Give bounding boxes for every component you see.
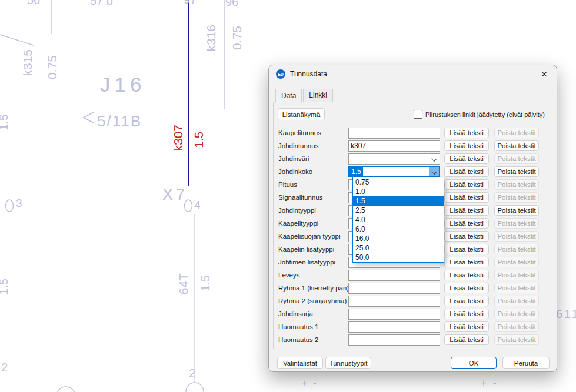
remove-text-button: Poista tekstit bbox=[494, 231, 539, 242]
field-row-ryhma1: Ryhmä 1 (kierretty pari) Lisää teksti Po… bbox=[274, 282, 552, 294]
field-label: Kaapelitunnus bbox=[274, 129, 348, 136]
add-text-button[interactable]: Lisää teksti bbox=[444, 140, 489, 151]
peruuta-button[interactable]: Peruuta bbox=[502, 357, 550, 369]
dialog-titlebar[interactable]: ED Tunnusdata ✕ bbox=[269, 65, 557, 83]
field-label: Huomautus 2 bbox=[274, 336, 348, 343]
tunnusdata-dialog: ED Tunnusdata ✕ Data Linkki Listanäkymä … bbox=[268, 65, 557, 372]
dropdown-option[interactable]: 25.0 bbox=[353, 243, 444, 253]
terminal-pin-3-symbol bbox=[6, 200, 14, 212]
field-row-kaapelitunnus: Kaapelitunnus Lisää teksti Poista teksti… bbox=[274, 126, 552, 139]
bottom-left-connector-symbol bbox=[56, 387, 75, 392]
kaapelitunnus-input[interactable] bbox=[348, 128, 440, 139]
johdinsarja-input[interactable] bbox=[348, 309, 440, 320]
remove-text-button[interactable]: Poista tekstit bbox=[494, 205, 539, 216]
field-row-huomautus1: Huomautus 1 Lisää teksti Poista tekstit bbox=[274, 320, 552, 333]
diagonal-wire-line bbox=[0, 35, 34, 45]
junction-ref-label: 5/11B bbox=[97, 113, 142, 129]
field-label: Leveys bbox=[274, 272, 348, 279]
dropdown-option[interactable]: 2.5 bbox=[353, 206, 444, 215]
field-label: Pituus bbox=[274, 181, 348, 188]
tunnustyypit-button[interactable]: Tunnustyypit bbox=[325, 357, 371, 369]
remove-text-button[interactable]: Poista tekstit bbox=[494, 140, 539, 151]
add-text-button[interactable]: Lisää teksti bbox=[444, 205, 489, 216]
top-edge-ref: 56 bbox=[27, 0, 40, 6]
tab-linkki[interactable]: Linkki bbox=[303, 89, 333, 102]
huomautus1-input[interactable] bbox=[348, 321, 440, 333]
add-text-button[interactable]: Lisää teksti bbox=[444, 153, 489, 164]
ryhma1-input[interactable] bbox=[348, 283, 440, 294]
remove-text-button[interactable]: Poista tekstit bbox=[494, 166, 539, 177]
field-label: Johdinväri bbox=[274, 155, 348, 162]
field-label: Johdinsarja bbox=[274, 310, 348, 317]
dropdown-option[interactable]: 6.0 bbox=[353, 225, 444, 234]
close-icon[interactable]: ✕ bbox=[532, 65, 557, 83]
field-label: Signaalitunnus bbox=[274, 194, 348, 201]
field-row-johdinkoko: Johdinkoko 1.5 Lisää teksti Poista tekst… bbox=[274, 165, 552, 178]
duct-size-label: 1.5 bbox=[199, 275, 211, 292]
add-text-button[interactable]: Lisää teksti bbox=[444, 283, 489, 293]
remove-text-button: Poista tekstit bbox=[494, 321, 539, 332]
add-text-button[interactable]: Lisää teksti bbox=[444, 334, 489, 345]
add-text-button[interactable]: Lisää teksti bbox=[444, 244, 489, 254]
field-label: Kaapelisuojan tyyppi bbox=[274, 233, 348, 240]
remove-text-button: Poista tekstit bbox=[494, 257, 539, 267]
johdinkoko-combo[interactable]: 1.5 bbox=[348, 166, 440, 177]
add-text-button[interactable]: Lisää teksti bbox=[444, 192, 489, 203]
add-text-button[interactable]: Lisää teksti bbox=[444, 179, 489, 190]
ryhma2-input[interactable] bbox=[348, 296, 440, 307]
chevron-down-icon bbox=[431, 156, 437, 162]
junction-box-label: J16 bbox=[100, 74, 145, 95]
add-text-button[interactable]: Lisää teksti bbox=[444, 296, 489, 306]
leveys-input[interactable] bbox=[348, 270, 440, 281]
remove-text-button: Poista tekstit bbox=[494, 192, 539, 203]
field-row-johdintunnus: Johdintunnus Lisää teksti Poista tekstit bbox=[274, 139, 552, 152]
huomautus2-input[interactable] bbox=[348, 334, 440, 346]
remove-text-button: Poista tekstit bbox=[494, 218, 539, 229]
list-view-button[interactable]: Listanäkymä bbox=[278, 108, 325, 120]
page-number-label: 2 bbox=[1, 361, 8, 373]
tab-panel: Listanäkymä Piirustuksen linkit jäädytet… bbox=[273, 102, 552, 349]
field-row-leveys: Leveys Lisää teksti Poista tekstit bbox=[274, 269, 552, 282]
combo-drop-button[interactable] bbox=[429, 167, 439, 176]
pin-number-label: 3 bbox=[16, 197, 22, 209]
freeze-links-checkbox[interactable]: Piirustuksen linkit jäädytetty (eivät pä… bbox=[414, 110, 545, 119]
dropdown-option[interactable]: 16.0 bbox=[353, 234, 444, 243]
wire-size-label-selected: 1.5 bbox=[193, 132, 205, 148]
combo-selected-value: 1.5 bbox=[349, 167, 363, 176]
dropdown-option[interactable]: 50.0 bbox=[353, 253, 444, 262]
add-text-button[interactable]: Lisää teksti bbox=[444, 218, 489, 229]
field-row-ryhma2: Ryhmä 2 (suojaryhmä) Lisää teksti Poista… bbox=[274, 294, 552, 307]
field-row-johdinvari: Johdinväri Lisää teksti Poista tekstit bbox=[274, 152, 552, 165]
pin-number-label: 4 bbox=[194, 199, 201, 210]
field-row-huomautus2: Huomautus 2 Lisää teksti Poista tekstit bbox=[274, 333, 552, 346]
right-edge-ref: 611 bbox=[556, 308, 576, 320]
add-text-button[interactable]: Lisää teksti bbox=[444, 128, 489, 138]
dropdown-option-selected[interactable]: 1.5 bbox=[353, 196, 444, 206]
add-text-button[interactable]: Lisää teksti bbox=[444, 321, 489, 332]
add-text-button[interactable]: Lisää teksti bbox=[444, 270, 489, 280]
ok-button[interactable]: OK bbox=[451, 357, 497, 369]
field-label: Kaapelityyppi bbox=[274, 220, 348, 227]
field-label: Johdintunnus bbox=[274, 142, 348, 149]
remove-text-button: Poista tekstit bbox=[494, 153, 539, 164]
add-text-button[interactable]: Lisää teksti bbox=[444, 231, 489, 242]
wire-size-label: 0.75 bbox=[231, 26, 243, 50]
edge-wire-size-label: 1.5 bbox=[0, 114, 9, 130]
field-label: Ryhmä 1 (kierretty pari) bbox=[274, 284, 348, 292]
johdinvari-combo[interactable] bbox=[348, 153, 440, 165]
dropdown-option[interactable]: 1.0 bbox=[353, 187, 444, 196]
add-text-button[interactable]: Lisää teksti bbox=[444, 166, 489, 177]
valintalistat-button[interactable]: Valintalistat bbox=[277, 357, 323, 369]
dropdown-option[interactable]: 4.0 bbox=[353, 215, 444, 225]
remove-text-button: Poista tekstit bbox=[494, 179, 539, 190]
tab-data[interactable]: Data bbox=[275, 89, 302, 103]
johdintunnus-input[interactable] bbox=[348, 140, 440, 152]
polarity-plus-label: + bbox=[301, 378, 307, 388]
dropdown-option[interactable]: 0.75 bbox=[353, 177, 444, 187]
top-edge-ref: 97 bbox=[184, 0, 197, 5]
field-row-johdinsarja: Johdinsarja Lisää teksti Poista tekstit bbox=[274, 307, 552, 320]
add-text-button[interactable]: Lisää teksti bbox=[444, 257, 489, 267]
checkbox-box[interactable] bbox=[414, 110, 422, 119]
remove-text-button: Poista tekstit bbox=[494, 244, 539, 254]
add-text-button[interactable]: Lisää teksti bbox=[444, 309, 489, 319]
